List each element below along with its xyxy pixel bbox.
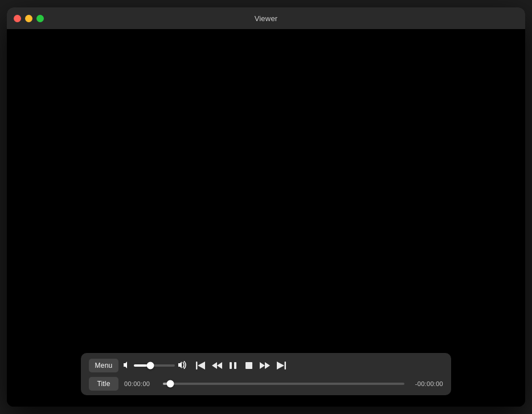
close-button[interactable] xyxy=(14,15,21,22)
pause-button[interactable] xyxy=(227,359,239,372)
volume-low-icon xyxy=(123,361,131,370)
svg-rect-11 xyxy=(285,362,287,370)
svg-rect-8 xyxy=(245,362,252,369)
svg-marker-12 xyxy=(277,362,284,370)
svg-marker-10 xyxy=(265,362,270,369)
svg-rect-7 xyxy=(234,362,236,369)
maximize-button[interactable] xyxy=(36,15,44,22)
menu-button[interactable]: Menu xyxy=(89,359,118,372)
svg-marker-3 xyxy=(198,362,205,370)
controls-top-row: Menu xyxy=(89,359,443,372)
current-time: 00:00:00 xyxy=(124,380,157,387)
seek-thumb xyxy=(166,380,174,388)
remaining-time: -00:00:00 xyxy=(410,380,443,387)
svg-rect-6 xyxy=(230,362,232,369)
rewind-button[interactable] xyxy=(211,359,223,372)
svg-marker-0 xyxy=(124,362,127,368)
titlebar: Viewer xyxy=(7,7,525,29)
svg-marker-9 xyxy=(260,362,265,369)
svg-marker-1 xyxy=(178,362,182,368)
video-area xyxy=(7,29,525,407)
volume-high-icon xyxy=(178,361,188,370)
svg-marker-5 xyxy=(217,362,222,369)
skip-to-end-button[interactable] xyxy=(275,359,287,372)
skip-to-start-button[interactable] xyxy=(195,359,207,372)
minimize-button[interactable] xyxy=(25,15,32,22)
traffic-lights xyxy=(14,15,44,22)
controls-bottom-row: Title 00:00:00 -00:00:00 xyxy=(89,377,443,391)
controls-panel: Menu xyxy=(81,353,451,395)
stop-button[interactable] xyxy=(243,359,255,372)
volume-section xyxy=(123,361,188,370)
svg-rect-2 xyxy=(196,362,198,370)
transport-controls xyxy=(195,359,287,372)
main-window: Viewer Menu xyxy=(7,7,525,407)
fast-forward-button[interactable] xyxy=(259,359,271,372)
volume-slider[interactable] xyxy=(134,364,175,367)
title-button[interactable]: Title xyxy=(89,377,118,391)
window-title: Viewer xyxy=(255,14,278,23)
seek-slider[interactable] xyxy=(163,383,404,385)
volume-thumb xyxy=(146,362,154,370)
svg-marker-4 xyxy=(212,362,217,369)
